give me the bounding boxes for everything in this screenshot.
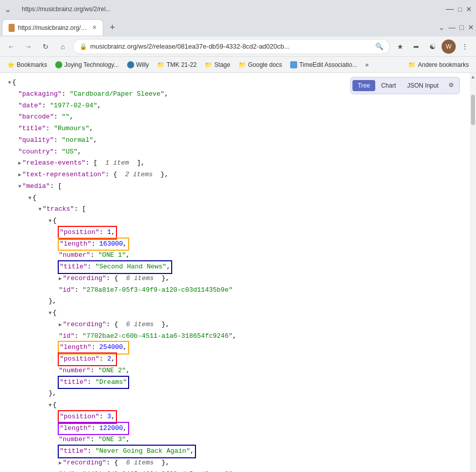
text-rep-end: },: [152, 171, 168, 178]
comma-t1-pos: ,: [111, 228, 115, 236]
bookmark-more[interactable]: »: [362, 60, 372, 69]
scrollbar[interactable]: ▲ ▼: [470, 73, 476, 472]
bookmark-timeedit[interactable]: TimeEdit Associatio...: [287, 60, 360, 69]
new-tab-button[interactable]: +: [105, 20, 120, 34]
track1-collapse[interactable]: ▼: [49, 218, 52, 224]
track2-collapse[interactable]: ▼: [49, 310, 52, 316]
bookmark-google-docs[interactable]: 📁 Google docs: [235, 60, 285, 69]
key-tracks: "tracks": [43, 205, 74, 213]
track2-title-highlight: "title": "Dreams": [59, 377, 128, 388]
track1-title-highlight: "title": "Second Hand News",: [59, 261, 171, 273]
forward-button[interactable]: →: [21, 40, 35, 54]
track3-collapse[interactable]: ▼: [49, 403, 52, 408]
win-max-icon[interactable]: □: [460, 23, 464, 31]
share-btn[interactable]: ➦: [409, 40, 423, 54]
colon-t3-pos: :: [99, 413, 107, 420]
root-collapse[interactable]: ▼: [8, 80, 11, 86]
text-rep-collapse[interactable]: ▶: [18, 172, 21, 178]
comma-quality: ,: [93, 136, 97, 144]
bookmark-tmk-label: TMK 21-22: [167, 61, 196, 68]
key-quality: "quality": [18, 136, 54, 144]
comma-t3-title: ,: [190, 447, 194, 455]
home-button[interactable]: ⌂: [56, 40, 70, 54]
key-track2-recording: "recording": [63, 321, 106, 328]
track1-recording-collapse[interactable]: ▶: [59, 276, 62, 282]
win-x-icon[interactable]: ✕: [468, 23, 474, 31]
tab-close-icon[interactable]: ✕: [92, 24, 97, 31]
val-track2-title: "Dreams": [95, 378, 127, 386]
json-viewer[interactable]: Tree Chart JSON Input ⚙ ▼{ "packaging": …: [0, 73, 470, 472]
val-packaging: "Cardboard/Paper Sleeve": [69, 90, 164, 98]
val-quality: "normal": [62, 136, 93, 144]
comma-t3-num: ,: [126, 436, 130, 443]
media-collapse[interactable]: ▼: [18, 184, 21, 189]
colon-title: :: [46, 125, 54, 132]
track3-recording-collapse[interactable]: ▶: [59, 460, 62, 466]
bookmark-bookmarks[interactable]: ⭐ Bookmarks: [4, 60, 50, 69]
json-input-button[interactable]: JSON Input: [402, 80, 444, 91]
text-rep-summary: 2 items: [125, 171, 153, 178]
bookmark-timeedit-label: TimeEdit Associatio...: [299, 61, 357, 68]
bookmark-andere[interactable]: 📁 Andere bookmarks: [405, 60, 472, 69]
win-maximize-btn[interactable]: □: [458, 6, 462, 13]
val-date: "1977-02-04": [50, 102, 97, 109]
bookmark-tmk[interactable]: 📁 TMK 21-22: [154, 60, 200, 69]
key-track3-title: "title": [60, 447, 88, 455]
key-track3-position: "position": [60, 413, 99, 420]
extensions-btn[interactable]: ☯: [425, 40, 440, 54]
colon-text-rep: : {: [105, 171, 125, 178]
comma-barcode: ,: [69, 113, 73, 121]
release-events-end: ],: [129, 159, 145, 167]
comma-packaging: ,: [165, 90, 169, 98]
win-min-icon[interactable]: —: [449, 23, 456, 31]
bookmark-andere-icon: 📁: [408, 61, 416, 68]
media0-collapse[interactable]: ▼: [28, 195, 31, 201]
colon-t3-title: :: [88, 447, 96, 455]
back-button[interactable]: ←: [4, 40, 18, 54]
colon-t1-pos: :: [99, 228, 107, 236]
reload-button[interactable]: ↻: [38, 40, 53, 54]
bookmark-star-btn[interactable]: ★: [393, 40, 407, 54]
colon-tracks: : [: [74, 205, 86, 213]
scrollbar-thumb[interactable]: [471, 95, 475, 125]
colon-t2-pos: :: [99, 355, 107, 363]
colon-t3-rec: : {: [106, 459, 126, 466]
bookmark-joying-icon: [55, 61, 62, 68]
track2-recording-collapse[interactable]: ▶: [59, 322, 62, 328]
val-track2-length: 254000: [99, 343, 123, 351]
restore-icon[interactable]: ⌄: [439, 23, 445, 31]
tracks-collapse[interactable]: ▼: [38, 207, 42, 212]
active-tab[interactable]: https://musicbrainz.org/ws/2/rel... ✕: [2, 19, 103, 35]
bookmark-timeedit-icon: [290, 61, 297, 68]
release-events-collapse[interactable]: ▶: [18, 161, 21, 166]
menu-btn[interactable]: ⋮: [458, 40, 472, 54]
key-title: "title": [18, 125, 46, 132]
key-track3-number: "number": [59, 436, 90, 443]
val-country: "US": [62, 148, 77, 155]
key-track3-id: "id": [59, 470, 74, 473]
bookmark-tmk-icon: 📁: [157, 61, 165, 68]
bookmark-stage[interactable]: 📁 Stage: [202, 60, 233, 69]
colon-t2-len: :: [91, 343, 99, 351]
bookmark-joying-label: Joying Technology...: [64, 61, 119, 68]
bookmark-willy[interactable]: Willy: [124, 60, 152, 69]
colon-t1-title: :: [88, 263, 96, 270]
address-bar[interactable]: 🔒 musicbrainz.org/ws/2/release/081ea37e-…: [73, 39, 390, 54]
comma-country: ,: [77, 148, 82, 155]
bookmark-joying[interactable]: Joying Technology...: [52, 60, 122, 69]
colon-t3-id: :: [74, 470, 83, 473]
bookmark-bookmarks-label: Bookmarks: [17, 61, 47, 68]
track1-close: },: [49, 297, 57, 305]
track2-length-highlight: "length": 254000,: [59, 342, 128, 353]
track3-rec-end: },: [153, 459, 169, 466]
win-minimize-btn[interactable]: —: [446, 5, 454, 14]
track2-recording-summary: 6 items: [126, 321, 154, 328]
tree-button[interactable]: Tree: [352, 80, 375, 91]
scrollbar-up-arrow[interactable]: ▲: [470, 74, 475, 80]
win-close-btn[interactable]: ✕: [466, 5, 472, 13]
chart-button[interactable]: Chart: [376, 80, 401, 91]
key-track3-length: "length": [60, 424, 91, 432]
bookmark-stage-label: Stage: [214, 61, 230, 68]
profile-btn[interactable]: W: [442, 40, 456, 54]
settings-gear-icon[interactable]: ⚙: [445, 79, 458, 92]
